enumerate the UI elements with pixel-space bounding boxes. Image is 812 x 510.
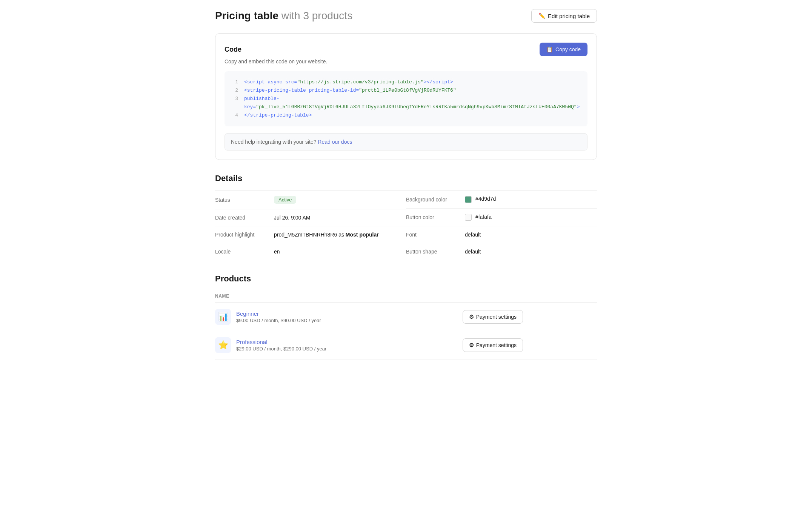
help-text: Need help integrating with your site? Re… [225, 133, 587, 151]
detail-label-locale: Locale [215, 249, 268, 255]
gear-icon-professional: ⚙ [469, 342, 474, 349]
title-subtitle: with 3 products [281, 10, 352, 22]
code-title: Code [225, 46, 241, 54]
code-text-3: publishable-key="pk_live_51LGBBzGt8fVgVj… [244, 95, 580, 111]
code-card-header: Code 📋 Copy code [225, 43, 587, 56]
detail-row-status: Status Active [215, 190, 406, 209]
help-message: Need help integrating with your site? [231, 139, 316, 145]
page-title: Pricing table with 3 products [215, 10, 352, 22]
highlight-product-id: prod_M5ZmTBHNRHh8R6 [274, 232, 337, 238]
product-info-beginner: Beginner $9.00 USD / month, $90.00 USD /… [236, 310, 321, 323]
detail-label-status: Status [215, 197, 268, 203]
detail-value-font: default [465, 232, 481, 238]
btn-color-swatch [465, 214, 472, 221]
detail-row-btn-shape: Button shape default [406, 243, 597, 260]
table-row: 📊 Beginner $9.00 USD / month, $90.00 USD… [215, 303, 597, 331]
detail-label-bg-color: Background color [406, 197, 459, 203]
page-header: Pricing table with 3 products ✏️ Edit pr… [215, 9, 597, 23]
detail-label-btn-shape: Button shape [406, 249, 459, 255]
table-row: ⭐ Professional $29.00 USD / month, $290.… [215, 331, 597, 359]
payment-settings-label-beginner: Payment settings [476, 314, 517, 320]
detail-label-highlight: Product highlight [215, 232, 268, 238]
detail-value-btn-shape: default [465, 249, 481, 255]
product-name-beginner[interactable]: Beginner [236, 310, 259, 317]
products-section: Products NAME 📊 Beginner $9.00 [215, 274, 597, 359]
product-info-professional: Professional $29.00 USD / month, $290.00… [236, 339, 326, 352]
product-cell-beginner: 📊 Beginner $9.00 USD / month, $90.00 USD… [215, 303, 463, 331]
code-line-1: 1 <script async src="https://js.stripe.c… [232, 78, 580, 86]
details-right-col: Background color #4d9d7d Button color #f… [406, 190, 597, 260]
product-actions-professional: ⚙ Payment settings [463, 331, 597, 359]
code-line-2: 2 <stripe-pricing-table pricing-table-id… [232, 86, 580, 95]
products-title: Products [215, 274, 597, 284]
highlight-as: as [338, 232, 346, 238]
product-name-professional[interactable]: Professional [236, 339, 268, 345]
detail-row-bg-color: Background color #4d9d7d [406, 190, 597, 208]
bg-color-hex: #4d9d7d [475, 196, 496, 202]
title-main: Pricing table [215, 10, 278, 22]
code-line-4: 4 </stripe-pricing-table> [232, 111, 580, 120]
detail-value-bg-color: #4d9d7d [465, 196, 496, 203]
product-icon-professional: ⭐ [215, 337, 231, 353]
bg-color-swatch [465, 196, 472, 203]
product-cell-professional: ⭐ Professional $29.00 USD / month, $290.… [215, 331, 463, 359]
status-badge: Active [274, 196, 296, 204]
detail-row-highlight: Product highlight prod_M5ZmTBHNRHh8R6 as… [215, 226, 406, 243]
products-table: NAME 📊 Beginner $9.00 USD / month, $90.0… [215, 290, 597, 359]
copy-code-button[interactable]: 📋 Copy code [540, 43, 587, 56]
code-text-2: <stripe-pricing-table pricing-table-id="… [244, 86, 580, 95]
code-line-3: 3 publishable-key="pk_live_51LGBBzGt8fVg… [232, 95, 580, 111]
payment-settings-label-professional: Payment settings [476, 342, 517, 348]
detail-value-highlight: prod_M5ZmTBHNRHh8R6 as Most popular [274, 232, 379, 238]
product-price-professional: $29.00 USD / month, $290.00 USD / year [236, 346, 326, 352]
product-icon-beginner: 📊 [215, 309, 231, 325]
line-num-4: 4 [232, 111, 238, 120]
detail-value-btn-color: #fafafa [465, 214, 492, 221]
details-left-col: Status Active Date created Jul 26, 9:00 … [215, 190, 406, 260]
details-section: Details Status Active Date created Jul 2… [215, 174, 597, 260]
product-row-inner-professional: ⭐ Professional $29.00 USD / month, $290.… [215, 337, 463, 353]
read-docs-link[interactable]: Read our docs [318, 139, 352, 145]
col-header-name: NAME [215, 290, 463, 303]
code-text-1: <script async src="https://js.stripe.com… [244, 78, 580, 86]
code-subtitle: Copy and embed this code on your website… [225, 58, 587, 65]
details-grid: Status Active Date created Jul 26, 9:00 … [215, 190, 597, 260]
detail-row-btn-color: Button color #fafafa [406, 209, 597, 226]
detail-value-locale: en [274, 249, 280, 255]
copy-btn-label: Copy code [555, 46, 581, 52]
detail-value-date: Jul 26, 9:00 AM [274, 215, 311, 221]
detail-label-font: Font [406, 232, 459, 238]
product-actions-beginner: ⚙ Payment settings [463, 303, 597, 331]
edit-btn-label: Edit pricing table [548, 13, 590, 19]
detail-label-btn-color: Button color [406, 214, 459, 220]
code-card: Code 📋 Copy code Copy and embed this cod… [215, 33, 597, 160]
line-num-3: 3 [232, 95, 238, 111]
clipboard-icon: 📋 [546, 46, 553, 52]
detail-row-locale: Locale en [215, 243, 406, 260]
highlight-label: Most popular [346, 232, 379, 238]
detail-row-date: Date created Jul 26, 9:00 AM [215, 209, 406, 226]
detail-label-date: Date created [215, 215, 268, 221]
payment-settings-button-professional[interactable]: ⚙ Payment settings [463, 338, 523, 352]
product-row-inner-beginner: 📊 Beginner $9.00 USD / month, $90.00 USD… [215, 309, 463, 325]
line-num-2: 2 [232, 86, 238, 95]
pencil-icon: ✏️ [538, 12, 546, 19]
btn-color-hex: #fafafa [475, 214, 492, 220]
product-price-beginner: $9.00 USD / month, $90.00 USD / year [236, 318, 321, 323]
code-block: 1 <script async src="https://js.stripe.c… [225, 71, 587, 126]
payment-settings-button-beginner[interactable]: ⚙ Payment settings [463, 310, 523, 324]
gear-icon: ⚙ [469, 313, 474, 320]
line-num-1: 1 [232, 78, 238, 86]
edit-pricing-table-button[interactable]: ✏️ Edit pricing table [531, 9, 597, 23]
detail-row-font: Font default [406, 226, 597, 243]
details-title: Details [215, 174, 597, 183]
code-text-4: </stripe-pricing-table> [244, 111, 580, 120]
col-header-actions [463, 290, 597, 303]
